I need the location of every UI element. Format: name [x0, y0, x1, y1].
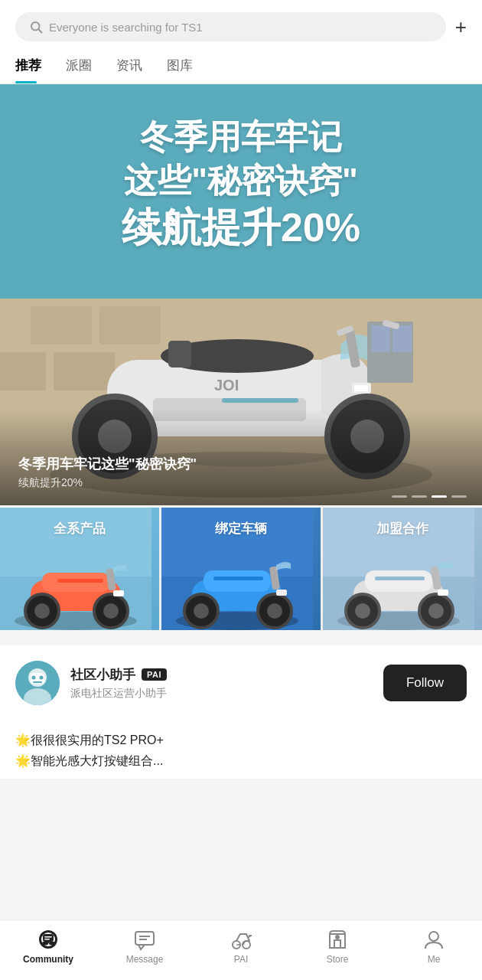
ql-label-3: 加盟合作 [323, 520, 482, 537]
nav-item-me[interactable]: Me [403, 928, 464, 965]
svg-point-91 [429, 932, 438, 941]
dot-3[interactable] [432, 495, 447, 498]
community-icon [37, 928, 60, 951]
svg-rect-8 [0, 352, 46, 390]
svg-point-50 [267, 603, 282, 619]
svg-text:JOI: JOI [214, 377, 239, 394]
pai-badge: PAI [142, 668, 167, 681]
bottom-nav: Community Message PAI [0, 920, 482, 980]
community-card: 社区小助手 PAI 派电社区运营小助手 Follow [0, 645, 482, 717]
svg-point-71 [40, 676, 44, 680]
post-content: 🌟很很很实用的TS2 PRO+ 🌟智能光感大灯按键组合... [0, 717, 482, 779]
banner-dots [392, 495, 467, 498]
section-spacer [0, 630, 482, 645]
svg-rect-79 [43, 934, 54, 942]
nav-label-me: Me [428, 954, 441, 965]
dot-1[interactable] [392, 495, 407, 498]
ql-label-2: 绑定车辆 [161, 520, 321, 537]
svg-point-0 [31, 22, 40, 31]
tab-social[interactable]: 派圈 [66, 49, 92, 83]
svg-rect-18 [168, 341, 191, 368]
store-icon [326, 928, 349, 951]
svg-point-70 [32, 676, 36, 680]
svg-rect-82 [44, 939, 50, 940]
nav-item-community[interactable]: Community [18, 928, 79, 965]
svg-point-62 [428, 603, 444, 619]
nav-label-community: Community [23, 954, 73, 965]
nav-item-pai[interactable]: PAI [210, 928, 272, 965]
svg-rect-72 [33, 681, 42, 683]
svg-rect-81 [44, 936, 52, 938]
header: Everyone is searching for TS1 + [0, 0, 482, 49]
user-row: 社区小助手 PAI 派电社区运营小助手 Follow [15, 661, 467, 705]
post-line-1: 🌟很很很实用的TS2 PRO+ [15, 730, 467, 750]
add-button[interactable]: + [455, 15, 467, 39]
svg-point-48 [194, 603, 209, 619]
search-icon [29, 20, 43, 34]
banner-title-line2: 这些"秘密诀窍" [0, 158, 482, 202]
svg-rect-53 [213, 577, 263, 580]
svg-rect-41 [57, 579, 103, 583]
svg-line-1 [39, 30, 42, 33]
tab-recommend[interactable]: 推荐 [15, 49, 41, 83]
svg-point-60 [355, 603, 370, 619]
quick-link-bind-vehicle[interactable]: 绑定车辆 [161, 508, 321, 630]
nav-label-pai: PAI [234, 954, 248, 965]
banner-bottom-info: 冬季用车牢记这些"秘密诀窍" 续航提升20% [0, 409, 482, 505]
banner-background: JOI 冬季用车牢记 这些"秘密诀窍" 续航提升20% 冬季用车牢记这些"秘密诀… [0, 84, 482, 505]
avatar-svg [15, 661, 60, 705]
message-icon [133, 928, 156, 951]
user-description: 派电社区运营小助手 [70, 687, 373, 701]
svg-rect-27 [354, 385, 368, 391]
search-placeholder: Everyone is searching for TS1 [49, 21, 203, 34]
svg-rect-25 [222, 398, 298, 403]
follow-button[interactable]: Follow [383, 665, 467, 701]
avatar [15, 661, 60, 705]
svg-rect-46 [204, 570, 271, 592]
svg-rect-6 [31, 306, 92, 345]
user-name: 社区小助手 [70, 666, 135, 684]
banner-bottom-sub: 续航提升20% [18, 476, 464, 490]
svg-rect-83 [135, 932, 154, 945]
nav-label-store: Store [327, 954, 349, 965]
banner-text: 冬季用车牢记 这些"秘密诀窍" 续航提升20% [0, 115, 482, 254]
post-line-2: 🌟智能光感大灯按键组合... [15, 750, 467, 771]
ql-label-1: 全系产品 [0, 520, 159, 537]
nav-item-message[interactable]: Message [114, 928, 175, 965]
svg-rect-11 [371, 325, 390, 352]
svg-point-36 [34, 603, 50, 619]
dot-4[interactable] [451, 495, 467, 498]
svg-rect-7 [99, 306, 161, 345]
svg-point-90 [336, 936, 339, 939]
user-info: 社区小助手 PAI 派电社区运营小助手 [70, 666, 373, 701]
tab-news[interactable]: 资讯 [116, 49, 142, 83]
quick-links-grid: 全系产品 [0, 508, 482, 630]
search-bar[interactable]: Everyone is searching for TS1 [15, 12, 446, 41]
svg-rect-65 [375, 577, 425, 580]
banner-title-line1: 冬季用车牢记 [0, 115, 482, 158]
svg-rect-64 [438, 590, 448, 596]
dot-2[interactable] [412, 495, 427, 498]
svg-rect-40 [113, 590, 124, 596]
me-icon [422, 928, 445, 951]
svg-rect-58 [365, 570, 432, 592]
svg-rect-9 [54, 352, 115, 390]
banner-title-line3: 续航提升20% [0, 202, 482, 254]
tabs-bar: 推荐 派圈 资讯 图库 [0, 49, 482, 84]
main-content: Everyone is searching for TS1 + 推荐 派圈 资讯… [0, 0, 482, 840]
banner-bottom-title: 冬季用车牢记这些"秘密诀窍" [18, 455, 464, 473]
banner[interactable]: JOI 冬季用车牢记 这些"秘密诀窍" 续航提升20% 冬季用车牢记这些"秘密诀… [0, 84, 482, 505]
svg-point-78 [49, 942, 55, 946]
quick-link-partnership[interactable]: 加盟合作 [323, 508, 482, 630]
svg-rect-52 [276, 590, 287, 596]
svg-rect-12 [392, 325, 412, 352]
svg-point-38 [103, 603, 119, 619]
nav-label-message: Message [126, 954, 164, 965]
user-name-row: 社区小助手 PAI [70, 666, 373, 684]
tab-gallery[interactable]: 图库 [167, 49, 193, 83]
nav-item-store[interactable]: Store [307, 928, 368, 965]
pai-icon [230, 928, 252, 951]
quick-link-all-products[interactable]: 全系产品 [0, 508, 159, 630]
